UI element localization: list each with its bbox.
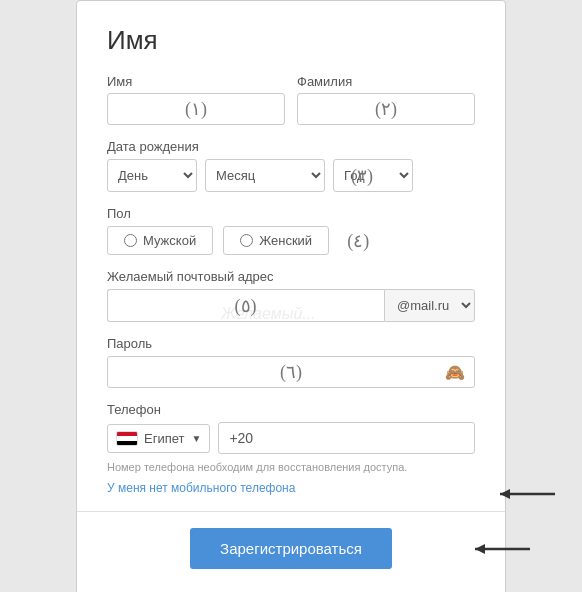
last-name-input[interactable] bbox=[297, 93, 475, 125]
password-wrapper: (٦) 🙈 bbox=[107, 356, 475, 388]
dob-group: Дата рождения День Месяц Год (٣) bbox=[107, 139, 475, 192]
email-group: Желаемый почтовый адрес (٥) @mail.ru bbox=[107, 269, 475, 322]
phone-input[interactable] bbox=[218, 422, 475, 454]
phone-group: Телефон Египет ▼ bbox=[107, 402, 475, 454]
gender-male-option[interactable]: Мужской bbox=[107, 226, 213, 255]
registration-card: Имя Имя (١) Фамилия (٢) Дата рождения Де… bbox=[76, 0, 506, 592]
phone-country-selector[interactable]: Египет ▼ bbox=[107, 424, 210, 453]
password-group: Пароль (٦) 🙈 bbox=[107, 336, 475, 388]
gender-female-radio[interactable] bbox=[240, 234, 253, 247]
arrow-register bbox=[470, 534, 540, 564]
email-input[interactable] bbox=[107, 289, 384, 322]
gender-female-label: Женский bbox=[259, 233, 312, 248]
phone-hint: Номер телефона необходим для восстановле… bbox=[107, 460, 475, 475]
form-divider bbox=[77, 511, 505, 512]
gender-male-radio[interactable] bbox=[124, 234, 137, 247]
phone-label: Телефон bbox=[107, 402, 475, 417]
phone-country-chevron: ▼ bbox=[191, 433, 201, 444]
email-input-row: (٥) @mail.ru bbox=[107, 289, 475, 322]
last-name-label: Фамилия bbox=[297, 74, 475, 89]
annotation-4: (٤) bbox=[347, 230, 369, 252]
first-name-input[interactable] bbox=[107, 93, 285, 125]
dob-year-select[interactable]: Год bbox=[333, 159, 413, 192]
password-input[interactable] bbox=[107, 356, 475, 388]
arrow-no-phone bbox=[495, 479, 565, 509]
email-label: Желаемый почтовый адрес bbox=[107, 269, 475, 284]
page-title: Имя bbox=[107, 25, 475, 56]
phone-country-label: Египет bbox=[144, 431, 184, 446]
first-name-label: Имя bbox=[107, 74, 285, 89]
password-toggle-icon[interactable]: 🙈 bbox=[445, 363, 465, 382]
no-phone-link[interactable]: У меня нет мобильного телефона bbox=[107, 481, 295, 495]
last-name-group: Фамилия (٢) bbox=[297, 74, 475, 125]
register-button[interactable]: Зарегистрироваться bbox=[190, 528, 392, 569]
gender-group: Пол Мужской Женский (٤) bbox=[107, 206, 475, 255]
name-row: Имя (١) Фамилия (٢) bbox=[107, 74, 475, 125]
svg-marker-2 bbox=[500, 489, 510, 499]
dob-label: Дата рождения bbox=[107, 139, 475, 154]
phone-input-row: Египет ▼ bbox=[107, 422, 475, 454]
dob-day-select[interactable]: День bbox=[107, 159, 197, 192]
egypt-flag bbox=[116, 431, 138, 446]
email-domain-select[interactable]: @mail.ru bbox=[384, 289, 475, 322]
gender-male-label: Мужской bbox=[143, 233, 196, 248]
gender-female-option[interactable]: Женский bbox=[223, 226, 329, 255]
gender-label: Пол bbox=[107, 206, 475, 221]
dob-month-select[interactable]: Месяц bbox=[205, 159, 325, 192]
svg-marker-4 bbox=[475, 544, 485, 554]
password-label: Пароль bbox=[107, 336, 475, 351]
dob-selects: День Месяц Год (٣) bbox=[107, 159, 475, 192]
submit-section: Зарегистрироваться bbox=[107, 528, 475, 569]
first-name-group: Имя (١) bbox=[107, 74, 285, 125]
